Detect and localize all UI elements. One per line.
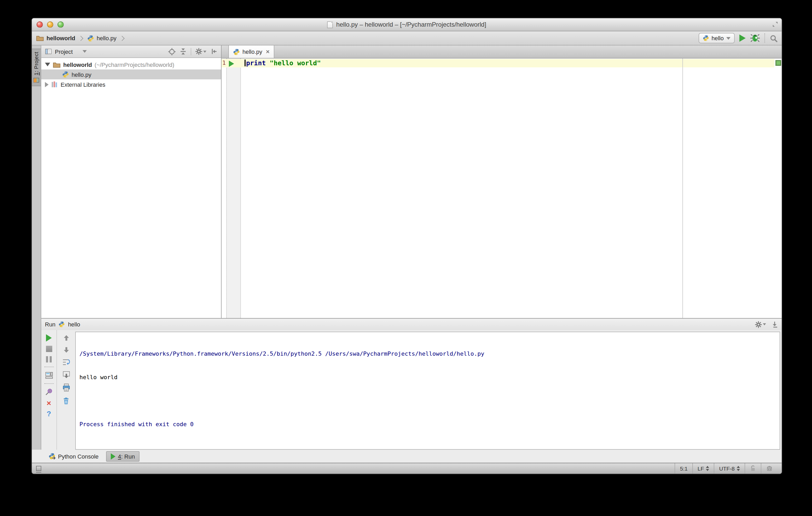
restore-layout-icon[interactable] (45, 371, 53, 379)
stop-button[interactable] (46, 346, 52, 352)
project-view-icon (45, 48, 52, 55)
search-icon[interactable] (770, 34, 778, 42)
inspection-status-ok-icon[interactable] (776, 60, 781, 66)
error-stripe (774, 59, 782, 318)
run-panel-settings[interactable] (755, 321, 766, 328)
soft-wrap-icon[interactable] (62, 358, 70, 366)
console-line: /System/Library/Frameworks/Python.framew… (80, 350, 776, 358)
folder-icon (53, 61, 61, 68)
toggle-tool-window-stripes-icon[interactable] (36, 466, 41, 471)
console-output[interactable]: /System/Library/Frameworks/Python.framew… (75, 332, 780, 450)
caret-position-widget[interactable]: 5:1 (675, 463, 692, 474)
tree-item-path: (~/PycharmProjects/helloworld) (94, 61, 174, 68)
lock-widget[interactable] (745, 463, 761, 474)
editor-area: hello.py × 1 print "hello world" (222, 45, 782, 318)
toolbar-separator (44, 383, 54, 384)
debug-bug-button[interactable] (750, 34, 760, 42)
up-stack-trace-icon[interactable] (62, 334, 70, 341)
pycharm-window: hello.py – helloworld – [~/PycharmProjec… (31, 18, 782, 474)
libraries-icon (51, 81, 58, 88)
window-title: hello.py – helloworld – [~/PycharmProjec… (336, 21, 486, 28)
zoom-window-button[interactable] (57, 22, 64, 28)
hide-panel-icon[interactable] (210, 48, 218, 55)
line-number: 1 (222, 59, 226, 67)
python-icon (59, 321, 65, 328)
tree-item-external-libraries[interactable]: External Libraries (41, 80, 221, 89)
clear-console-trash-icon[interactable] (62, 396, 70, 405)
gear-icon (755, 321, 762, 328)
expanded-arrow-icon[interactable] (45, 63, 50, 66)
chevron-right-icon (78, 35, 83, 41)
print-icon[interactable] (62, 383, 70, 392)
text-caret (244, 60, 245, 66)
project-tool-window-icon (33, 78, 39, 83)
tree-item-project-root[interactable]: helloworld (~/PycharmProjects/helloworld… (41, 60, 221, 69)
run-toolbar-console (57, 330, 75, 450)
tool-window-button-label: Python Console (58, 453, 98, 459)
right-margin-guide (683, 59, 683, 318)
chevron-down-icon (203, 51, 206, 53)
breadcrumb-file[interactable]: hello.py (97, 35, 117, 41)
hector-inspector-icon (766, 465, 773, 472)
line-separator-widget[interactable]: LF (692, 463, 714, 474)
run-panel-header: Run hello (41, 318, 782, 330)
tab-hello-py[interactable]: hello.py × (228, 45, 274, 58)
screen-background: hello.py – helloworld – [~/PycharmProjec… (0, 0, 812, 516)
down-stack-trace-icon[interactable] (62, 346, 70, 354)
run-configuration-name: hello (712, 35, 724, 41)
console-line: hello world (80, 373, 776, 381)
highlighting-level-widget[interactable] (761, 463, 778, 474)
hide-panel-down-icon[interactable] (771, 321, 778, 328)
tab-label: hello.py (242, 49, 262, 55)
run-button[interactable] (740, 34, 746, 42)
python-file-icon (87, 35, 94, 41)
panel-settings[interactable] (196, 48, 206, 55)
run-configuration-select[interactable]: hello (699, 33, 735, 43)
pin-tab-icon[interactable] (45, 388, 53, 396)
chevron-down-icon (726, 37, 730, 39)
help-icon[interactable]: ? (47, 411, 51, 417)
project-tool-window: Project (41, 45, 222, 318)
tree-item-label: helloworld (63, 61, 92, 68)
encoding-widget[interactable]: UTF-8 (714, 463, 745, 474)
navigation-bar: helloworld hello.py hello (32, 31, 782, 45)
toolbar-separator (44, 367, 54, 367)
collapsed-arrow-icon[interactable] (45, 82, 49, 87)
project-stripe-label: 1: Project (33, 52, 39, 75)
unlock-icon (750, 465, 756, 472)
selector-arrows-icon (737, 466, 740, 471)
code-editor[interactable]: 1 print "hello world" (222, 59, 782, 318)
close-tab-icon[interactable]: × (266, 49, 270, 55)
run-line-marker-icon[interactable] (229, 61, 234, 67)
collapse-all-icon[interactable] (180, 48, 186, 55)
python-file-icon (62, 71, 69, 78)
scroll-from-source-icon[interactable] (168, 48, 176, 55)
tool-window-button-run[interactable]: 4: Run (106, 451, 140, 461)
toolbar-separator (764, 33, 765, 43)
python-icon (703, 35, 709, 41)
close-window-button[interactable] (36, 22, 43, 28)
run-toolbar-main: × ? (41, 330, 57, 450)
tree-item-hello-py[interactable]: hello.py (41, 69, 221, 80)
rerun-button[interactable] (46, 334, 52, 341)
code-keyword: print (246, 59, 266, 67)
title-bar: hello.py – helloworld – [~/PycharmProjec… (32, 18, 782, 31)
toolbar-separator (191, 48, 191, 55)
close-panel-icon[interactable]: × (47, 400, 51, 406)
fullscreen-arrows-icon[interactable] (772, 22, 778, 27)
sidebar-item-project[interactable]: 1: Project (32, 49, 41, 86)
project-panel-header: Project (41, 45, 221, 58)
minimize-window-button[interactable] (47, 22, 53, 28)
breadcrumb-project[interactable]: helloworld (47, 35, 75, 41)
selector-arrows-icon (706, 466, 709, 471)
scroll-to-end-icon[interactable] (62, 371, 70, 378)
tool-window-button-label: 4: Run (118, 453, 135, 459)
tool-window-button-python-console[interactable]: Python Console (45, 451, 103, 461)
code-string: "hello world" (270, 59, 321, 67)
folder-icon (36, 35, 44, 41)
document-proxy-icon (327, 21, 333, 28)
run-panel-config-name: hello (68, 321, 80, 328)
tree-item-label: External Libraries (61, 81, 105, 88)
pause-button[interactable] (46, 356, 52, 362)
project-view-selector[interactable]: Project (55, 48, 73, 55)
